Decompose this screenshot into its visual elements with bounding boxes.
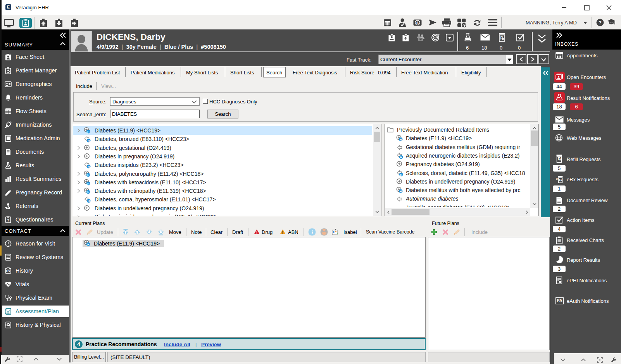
svg-text:$: $ xyxy=(416,21,419,25)
svg-text:R: R xyxy=(559,178,562,182)
svg-text:H: H xyxy=(400,173,402,177)
svg-text:H: H xyxy=(87,130,89,134)
svg-text:?: ? xyxy=(599,20,602,26)
svg-text:Hx: Hx xyxy=(6,269,10,273)
svg-text:H: H xyxy=(87,243,89,246)
svg-text:e: e xyxy=(556,177,558,180)
svg-text:H: H xyxy=(88,199,90,203)
svg-text:H: H xyxy=(88,165,90,168)
svg-text:H: H xyxy=(400,138,402,141)
svg-text:H: H xyxy=(87,173,89,177)
svg-text:H: H xyxy=(88,139,90,143)
svg-text:H: H xyxy=(87,191,89,194)
svg-text:H: H xyxy=(400,190,402,193)
svg-text:H: H xyxy=(400,156,402,159)
svg-text:R: R xyxy=(558,157,561,161)
svg-text:?: ? xyxy=(7,218,9,222)
svg-text:H: H xyxy=(87,182,89,185)
